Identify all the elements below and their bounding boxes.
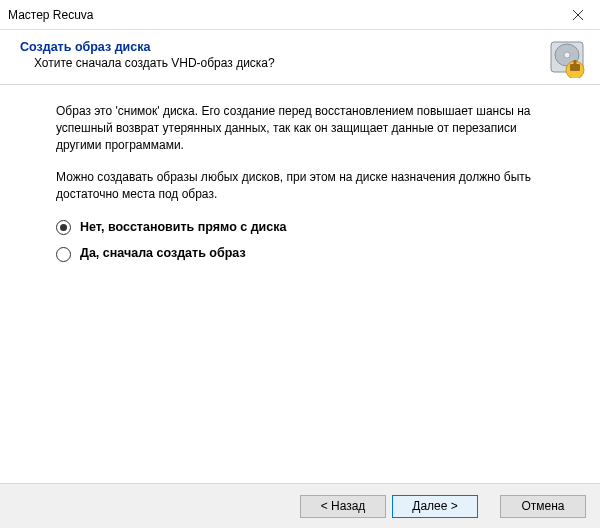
cancel-button[interactable]: Отмена [500,495,586,518]
window-title: Мастер Recuva [8,8,94,22]
radio-group: Нет, восстановить прямо с диска Да, снач… [56,219,550,263]
radio-label: Нет, восстановить прямо с диска [80,219,286,237]
svg-rect-6 [574,60,577,65]
radio-label: Да, сначала создать образ [80,245,246,263]
description-para-2: Можно создавать образы любых дисков, при… [56,169,550,203]
wizard-header: Создать образ диска Хотите сначала созда… [0,30,600,84]
radio-icon [56,220,71,235]
radio-option-no[interactable]: Нет, восстановить прямо с диска [56,219,550,237]
disk-icon [548,40,586,78]
radio-option-yes[interactable]: Да, сначала создать образ [56,245,550,263]
radio-icon [56,247,71,262]
wizard-footer: < Назад Далее > Отмена [0,483,600,528]
svg-rect-5 [570,64,580,71]
close-button[interactable] [555,0,600,30]
close-icon [573,10,583,20]
back-button[interactable]: < Назад [300,495,386,518]
page-title: Создать образ диска [20,40,580,54]
svg-point-4 [564,52,570,58]
description-para-1: Образ это 'снимок' диска. Его создание п… [56,103,550,153]
titlebar: Мастер Recuva [0,0,600,30]
wizard-content: Образ это 'снимок' диска. Его создание п… [0,85,600,292]
next-button[interactable]: Далее > [392,495,478,518]
page-subtitle: Хотите сначала создать VHD-образ диска? [20,56,580,70]
